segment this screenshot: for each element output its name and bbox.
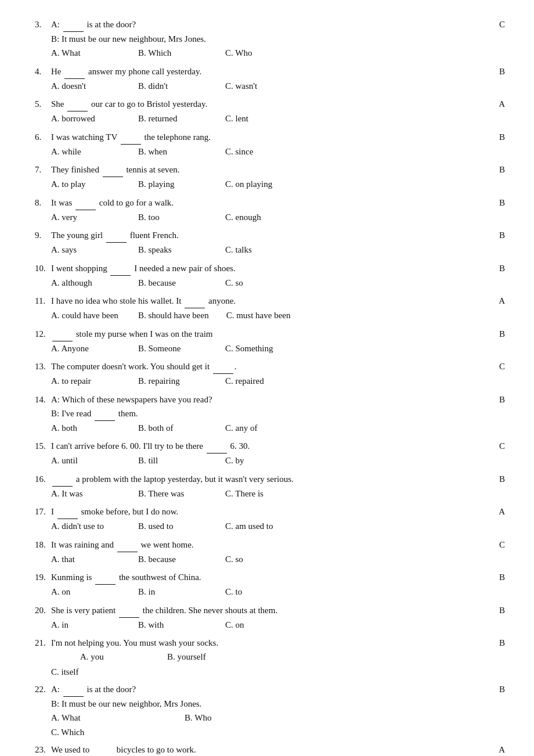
question-block-7: 7. They finished tennis at seven.BA. to … (35, 163, 505, 192)
option-b: B. should have been (138, 308, 209, 323)
question-block-11: 11. I have no idea who stole his wallet.… (35, 294, 505, 323)
sub-line: B: I've read them. (51, 406, 505, 421)
options-row: A. borrowedB. returnedC. lent (51, 111, 505, 127)
question-text: She our car to go to Bristol yesterday. (51, 97, 487, 111)
question-line: 3. A: is at the door?C (35, 17, 505, 32)
question-block-8: 8. It was cold to go for a walk.BA. very… (35, 196, 505, 225)
option-b: B. too (138, 210, 208, 225)
option-c: C. talks (225, 243, 295, 258)
question-block-15: 15. I can't arrive before 6. 00. I'll tr… (35, 439, 505, 469)
option-a: A. in (51, 618, 121, 633)
question-block-20: 20. She is very patient the children. Sh… (35, 603, 505, 633)
question-number: 22. (35, 682, 51, 696)
options-row: A. to playB. playingC. on playing (51, 177, 505, 192)
option-b: B. Who (185, 711, 254, 726)
answer-key: B (499, 163, 505, 177)
option-a: A. could have been (51, 308, 121, 323)
option-a: A. very (51, 210, 121, 225)
blank (95, 570, 116, 585)
blank (64, 64, 85, 79)
option-a: A. to play (51, 177, 121, 192)
option-a: A. It was (51, 487, 121, 502)
blank (110, 261, 131, 276)
option-b: B. Which (138, 46, 208, 61)
option-b: B. used to (138, 519, 208, 534)
question-line: 18. It was raining and we went home.C (35, 538, 505, 552)
option-b: B. yourself (167, 650, 237, 665)
question-line: 22. A: is at the door?B (35, 682, 505, 697)
options-row: A. could have beenB. should have beenC. … (51, 308, 505, 323)
answer-key: C (499, 538, 505, 552)
options-row: A. onB. inC. to (51, 585, 505, 600)
question-text: stole my purse when I was on the traim (51, 327, 488, 341)
answer-key: C (499, 17, 505, 31)
blank (75, 196, 96, 210)
question-text: He answer my phone call yesterday. (51, 64, 488, 79)
options-row: A. saysB. speaksC. talks (51, 243, 505, 258)
option-b: B. with (138, 618, 208, 633)
question-text: A: is at the door? (51, 682, 488, 697)
question-line: 12. stole my purse when I was on the tra… (35, 327, 505, 341)
question-line: 7. They finished tennis at seven.B (35, 163, 505, 177)
answer-key: B (499, 261, 505, 275)
options-row-2: C. itself (51, 665, 505, 679)
blank (57, 505, 78, 519)
question-number: 11. (35, 294, 51, 308)
answer-key: A (499, 97, 505, 111)
question-number: 14. (35, 393, 51, 406)
question-text: a problem with the laptop yesterday, but… (51, 472, 488, 487)
question-number: 12. (35, 327, 51, 341)
options-row: A. althoughB. becauseC. so (51, 276, 505, 291)
question-number: 16. (35, 472, 51, 486)
question-number: 23. (35, 743, 51, 756)
question-block-5: 5. She our car to go to Bristol yesterda… (35, 97, 505, 127)
blank (213, 359, 233, 374)
answer-key: B (499, 228, 505, 242)
option-a: A. until (51, 453, 121, 469)
sub-line: B: It must be our new neighbour, Mrs Jon… (51, 32, 505, 46)
option-b: B. There was (138, 487, 208, 502)
options-row: A. didn't use toB. used toC. am used to (51, 519, 505, 534)
answer-key: B (499, 472, 505, 486)
question-number: 21. (35, 636, 51, 650)
question-line: 14. A: Which of these newspapers have yo… (35, 393, 505, 406)
option-a: A. although (51, 276, 121, 291)
question-number: 18. (35, 538, 51, 552)
question-text: A: Which of these newspapers have you re… (51, 393, 488, 406)
option-b: B. till (138, 453, 208, 469)
blank (185, 294, 205, 308)
question-line: 8. It was cold to go for a walk.B (35, 196, 505, 210)
answer-key: B (499, 393, 505, 406)
options-row: A. WhatB. WhichC. Who (51, 46, 505, 61)
blank (103, 163, 123, 177)
option-c: C. since (225, 145, 295, 160)
blank (106, 228, 127, 243)
question-number: 4. (35, 64, 51, 78)
question-number: 6. (35, 130, 51, 144)
option-b: B. because (138, 276, 208, 291)
option-b: B. because (138, 552, 208, 567)
option-c: C. on playing (225, 177, 295, 192)
question-number: 9. (35, 228, 51, 242)
option-b: B. returned (138, 111, 208, 127)
options-row-2: C. Which (51, 725, 505, 739)
question-number: 20. (35, 603, 51, 617)
options-row: A. veryB. tooC. enough (51, 210, 505, 225)
question-line: 11. I have no idea who stole his wallet.… (35, 294, 505, 308)
question-text: It was raining and we went home. (51, 538, 488, 552)
options-row: A. It wasB. There wasC. There is (51, 487, 505, 502)
answer-key: C (499, 359, 505, 373)
question-block-16: 16. a problem with the laptop yesterday,… (35, 472, 505, 502)
question-text: It was cold to go for a walk. (51, 196, 488, 210)
question-text: I have no idea who stole his wallet. It … (51, 294, 487, 308)
options-row: A. doesn'tB. didn'tC. wasn't (51, 79, 505, 94)
question-block-23: 23. We used to bicycles to go to work.AA… (35, 743, 505, 756)
question-block-12: 12. stole my purse when I was on the tra… (35, 327, 505, 357)
blank (67, 97, 88, 111)
option-b: B. playing (138, 177, 208, 192)
options-row-1: A. WhatB. Who (51, 711, 505, 726)
blank (117, 538, 138, 552)
option-c: C. to (225, 585, 295, 600)
options-row: A. whileB. whenC. since (51, 145, 505, 160)
option-c: C. by (225, 453, 295, 469)
